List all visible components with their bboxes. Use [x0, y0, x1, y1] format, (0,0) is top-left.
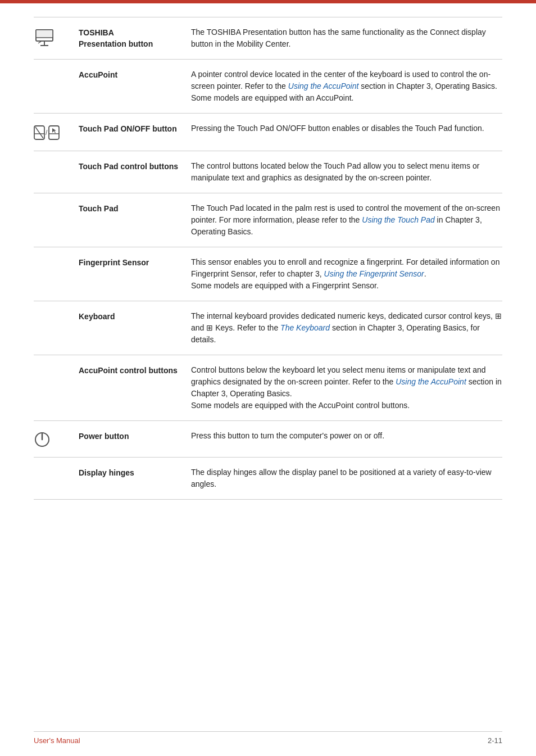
feature-description: The TOSHIBA Presentation button has the … [191, 26, 502, 50]
feature-label: AccuPoint control buttons [79, 364, 191, 377]
table-row: Keyboard The internal keyboard provides … [34, 301, 502, 355]
accupoint-control-link[interactable]: Using the AccuPoint [396, 377, 466, 386]
table-row: Touch Pad control buttons The control bu… [34, 151, 502, 193]
no-icon [34, 202, 79, 203]
table-row: AccuPoint A pointer control device locat… [34, 60, 502, 114]
feature-description: Press this button to turn the computer's… [191, 430, 502, 442]
feature-description: This sensor enables you to enroll and re… [191, 256, 502, 292]
keyboard-link[interactable]: The Keyboard [280, 323, 330, 332]
no-icon [34, 364, 79, 365]
no-icon [34, 467, 79, 468]
table-row: AccuPoint control buttons Control button… [34, 355, 502, 421]
feature-description: The display hinges allow the display pan… [191, 467, 502, 490]
feature-label: Fingerprint Sensor [79, 256, 191, 269]
touchpad-onoff-icon: / [34, 123, 79, 142]
feature-table: TOSHIBA Presentation button The TOSHIBA … [34, 17, 502, 500]
feature-description: Control buttons below the keyboard let y… [191, 364, 502, 411]
feature-description: The Touch Pad located in the palm rest i… [191, 202, 502, 238]
feature-label: Touch Pad ON/OFF button [79, 123, 191, 135]
table-row: Power button Press this button to turn t… [34, 421, 502, 458]
feature-description: The control buttons located below the To… [191, 160, 502, 184]
page: TOSHIBA Presentation button The TOSHIBA … [0, 0, 536, 756]
feature-label: Power button [79, 430, 191, 442]
touchpad-link[interactable]: Using the Touch Pad [362, 215, 434, 224]
content-area: TOSHIBA Presentation button The TOSHIBA … [0, 3, 536, 533]
svg-rect-7 [49, 126, 59, 139]
feature-label: AccuPoint [79, 69, 191, 81]
no-icon [34, 256, 79, 257]
feature-label: Touch Pad [79, 202, 191, 215]
fingerprint-link[interactable]: Using the Fingerprint Sensor [324, 269, 424, 278]
table-row: Display hinges The display hinges allow … [34, 458, 502, 500]
table-row: TOSHIBA Presentation button The TOSHIBA … [34, 17, 502, 60]
footer-left-label: User's Manual [34, 736, 80, 745]
svg-line-9 [35, 127, 43, 138]
feature-description: The internal keyboard provides dedicated… [191, 310, 502, 346]
presentation-icon [34, 26, 79, 49]
footer-page-number: 2-11 [488, 736, 502, 745]
feature-label: Touch Pad control buttons [79, 160, 191, 173]
page-footer: User's Manual 2-11 [34, 731, 502, 745]
feature-description: Pressing the Touch Pad ON/OFF button ena… [191, 123, 502, 134]
power-icon [34, 430, 79, 448]
table-row: / Touch Pad ON/OFF button Pressing the T… [34, 114, 502, 151]
table-row: Fingerprint Sensor This sensor enables y… [34, 247, 502, 301]
svg-rect-1 [36, 30, 53, 38]
accupoint-link[interactable]: Using the AccuPoint [288, 82, 359, 90]
no-icon [34, 69, 79, 70]
no-icon [34, 310, 79, 311]
table-row: Touch Pad The Touch Pad located in the p… [34, 193, 502, 247]
no-icon [34, 160, 79, 161]
feature-label: Display hinges [79, 467, 191, 479]
feature-label: Keyboard [79, 310, 191, 323]
feature-description: A pointer control device located in the … [191, 69, 502, 104]
svg-text:/: / [46, 129, 48, 137]
feature-label: TOSHIBA Presentation button [79, 26, 191, 49]
